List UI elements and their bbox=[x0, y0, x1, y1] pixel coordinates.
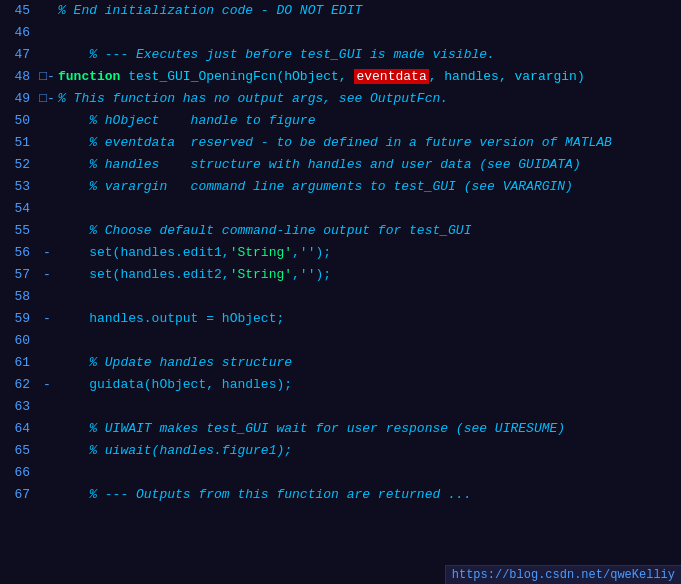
line-number: 66 bbox=[0, 462, 38, 484]
watermark-text: https://blog.csdn.net/qweKelliy bbox=[445, 565, 681, 584]
code-line: 54 bbox=[0, 198, 681, 220]
line-number: 49 bbox=[0, 88, 38, 110]
line-number: 54 bbox=[0, 198, 38, 220]
code-line: 51 % eventdata reserved - to be defined … bbox=[0, 132, 681, 154]
code-token: 'String' bbox=[230, 245, 292, 260]
code-token: % handles structure with handles and use… bbox=[58, 157, 581, 172]
line-content: % UIWAIT makes test_GUI wait for user re… bbox=[56, 418, 681, 440]
line-number: 51 bbox=[0, 132, 38, 154]
code-token: % UIWAIT makes test_GUI wait for user re… bbox=[58, 421, 565, 436]
code-line: 55 % Choose default command-line output … bbox=[0, 220, 681, 242]
code-line: 65 % uiwait(handles.figure1); bbox=[0, 440, 681, 462]
line-number: 61 bbox=[0, 352, 38, 374]
line-content: % End initialization code - DO NOT EDIT bbox=[56, 0, 681, 22]
line-content: set(handles.edit1,'String',''); bbox=[56, 242, 681, 264]
code-line: 64 % UIWAIT makes test_GUI wait for user… bbox=[0, 418, 681, 440]
line-content: % Choose default command-line output for… bbox=[56, 220, 681, 242]
code-token: % End initialization code - DO NOT EDIT bbox=[58, 3, 362, 18]
code-token: function bbox=[58, 69, 128, 84]
code-token: % Update handles structure bbox=[58, 355, 292, 370]
line-number: 45 bbox=[0, 0, 38, 22]
code-line: 61 % Update handles structure bbox=[0, 352, 681, 374]
line-number: 67 bbox=[0, 484, 38, 506]
code-token: % hObject handle to figure bbox=[58, 113, 315, 128]
line-number: 46 bbox=[0, 22, 38, 44]
code-line: 59- handles.output = hObject; bbox=[0, 308, 681, 330]
code-line: 45% End initialization code - DO NOT EDI… bbox=[0, 0, 681, 22]
code-token: % This function has no output args, see … bbox=[58, 91, 448, 106]
code-token: test_GUI_OpeningFcn(hObject, bbox=[128, 69, 354, 84]
code-token: handles.output = hObject; bbox=[58, 311, 284, 326]
code-line: 58 bbox=[0, 286, 681, 308]
line-marker: - bbox=[38, 242, 56, 264]
line-number: 47 bbox=[0, 44, 38, 66]
code-token: % eventdata reserved - to be defined in … bbox=[58, 135, 612, 150]
code-token: % --- Executes just before test_GUI is m… bbox=[58, 47, 495, 62]
line-content: set(handles.edit2,'String',''); bbox=[56, 264, 681, 286]
line-content: % Update handles structure bbox=[56, 352, 681, 374]
line-marker: - bbox=[38, 264, 56, 286]
line-content: % hObject handle to figure bbox=[56, 110, 681, 132]
code-line: 56- set(handles.edit1,'String',''); bbox=[0, 242, 681, 264]
code-line: 46 bbox=[0, 22, 681, 44]
code-line: 49□-% This function has no output args, … bbox=[0, 88, 681, 110]
line-number: 48 bbox=[0, 66, 38, 88]
code-line: 66 bbox=[0, 462, 681, 484]
code-token: % uiwait(handles.figure1); bbox=[58, 443, 292, 458]
line-content: % eventdata reserved - to be defined in … bbox=[56, 132, 681, 154]
line-content: % handles structure with handles and use… bbox=[56, 154, 681, 176]
code-token: set(handles.edit2, bbox=[58, 267, 230, 282]
line-number: 56 bbox=[0, 242, 38, 264]
line-number: 64 bbox=[0, 418, 38, 440]
line-number: 60 bbox=[0, 330, 38, 352]
code-token: ,''); bbox=[292, 245, 331, 260]
line-content: guidata(hObject, handles); bbox=[56, 374, 681, 396]
line-number: 58 bbox=[0, 286, 38, 308]
code-token: % --- Outputs from this function are ret… bbox=[58, 487, 471, 502]
line-content: % This function has no output args, see … bbox=[56, 88, 681, 110]
code-token: set(handles.edit1, bbox=[58, 245, 230, 260]
code-token: % varargin command line arguments to tes… bbox=[58, 179, 573, 194]
line-marker: - bbox=[38, 308, 56, 330]
code-token: % Choose default command-line output for… bbox=[58, 223, 471, 238]
line-number: 63 bbox=[0, 396, 38, 418]
code-line: 60 bbox=[0, 330, 681, 352]
line-number: 50 bbox=[0, 110, 38, 132]
line-marker: □- bbox=[38, 66, 56, 88]
code-token: , handles, varargin) bbox=[429, 69, 585, 84]
line-content: % --- Outputs from this function are ret… bbox=[56, 484, 681, 506]
line-number: 65 bbox=[0, 440, 38, 462]
line-content: % --- Executes just before test_GUI is m… bbox=[56, 44, 681, 66]
code-line: 48□-function test_GUI_OpeningFcn(hObject… bbox=[0, 66, 681, 88]
line-number: 53 bbox=[0, 176, 38, 198]
code-line: 63 bbox=[0, 396, 681, 418]
line-number: 55 bbox=[0, 220, 38, 242]
code-token: 'String' bbox=[230, 267, 292, 282]
line-content: % varargin command line arguments to tes… bbox=[56, 176, 681, 198]
code-line: 53 % varargin command line arguments to … bbox=[0, 176, 681, 198]
code-line: 50 % hObject handle to figure bbox=[0, 110, 681, 132]
line-number: 59 bbox=[0, 308, 38, 330]
line-content: handles.output = hObject; bbox=[56, 308, 681, 330]
code-line: 62- guidata(hObject, handles); bbox=[0, 374, 681, 396]
line-marker: - bbox=[38, 374, 56, 396]
line-number: 52 bbox=[0, 154, 38, 176]
code-token: eventdata bbox=[354, 69, 428, 84]
code-editor: 45% End initialization code - DO NOT EDI… bbox=[0, 0, 681, 584]
code-token: guidata(hObject, handles); bbox=[58, 377, 292, 392]
line-number: 62 bbox=[0, 374, 38, 396]
code-line: 52 % handles structure with handles and … bbox=[0, 154, 681, 176]
code-line: 57- set(handles.edit2,'String',''); bbox=[0, 264, 681, 286]
code-token: ,''); bbox=[292, 267, 331, 282]
code-line: 67 % --- Outputs from this function are … bbox=[0, 484, 681, 506]
code-line: 47 % --- Executes just before test_GUI i… bbox=[0, 44, 681, 66]
line-number: 57 bbox=[0, 264, 38, 286]
line-content: % uiwait(handles.figure1); bbox=[56, 440, 681, 462]
line-marker: □- bbox=[38, 88, 56, 110]
line-content: function test_GUI_OpeningFcn(hObject, ev… bbox=[56, 66, 681, 88]
